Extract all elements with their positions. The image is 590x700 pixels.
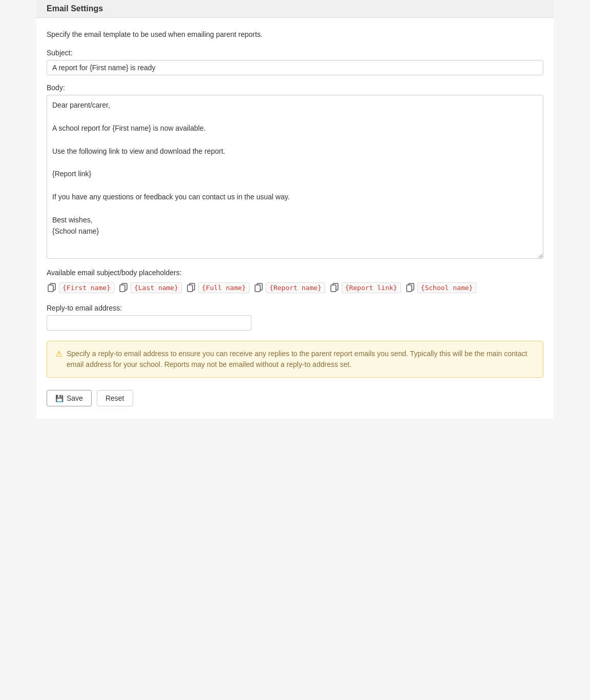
save-button-label: Save	[67, 394, 83, 402]
placeholder-tag: {Full name}	[198, 282, 249, 293]
placeholder-item[interactable]: {Full name}	[186, 282, 249, 294]
page-title: Email Settings	[47, 4, 103, 13]
svg-rect-5	[187, 285, 193, 292]
svg-rect-9	[331, 285, 336, 292]
save-icon: 💾	[55, 395, 64, 402]
placeholder-tag: {Report link}	[342, 282, 401, 293]
copy-icon[interactable]	[254, 282, 264, 294]
placeholder-item[interactable]: {First name}	[47, 282, 114, 294]
warning-box: ⚠ Specify a reply-to email address to en…	[47, 341, 543, 378]
subject-input[interactable]	[47, 60, 543, 75]
copy-icon[interactable]	[405, 282, 415, 294]
button-group: 💾 Save Reset	[47, 390, 543, 406]
reset-button[interactable]: Reset	[97, 390, 133, 406]
body-textarea[interactable]	[47, 95, 543, 259]
subject-field-group: Subject:	[47, 49, 543, 75]
body-label: Body:	[47, 84, 543, 92]
svg-rect-11	[407, 285, 412, 292]
copy-icon[interactable]	[186, 282, 196, 294]
svg-rect-3	[120, 285, 125, 292]
placeholder-item[interactable]: {Last name}	[118, 282, 182, 294]
svg-rect-7	[255, 285, 260, 292]
warning-icon: ⚠	[55, 349, 62, 359]
copy-icon[interactable]	[47, 282, 57, 294]
body-field-group: Body:	[47, 84, 543, 260]
reply-to-input[interactable]	[47, 315, 251, 331]
placeholder-tag: {Last name}	[131, 282, 182, 293]
warning-text: Specify a reply-to email address to ensu…	[67, 348, 535, 370]
reply-to-section: Reply-to email address:	[47, 304, 543, 331]
subject-label: Subject:	[47, 49, 543, 57]
placeholder-tag: {Report name}	[266, 282, 325, 293]
copy-icon[interactable]	[118, 282, 129, 294]
placeholder-item[interactable]: {Report link}	[329, 282, 401, 294]
description-text: Specify the email template to be used wh…	[47, 30, 543, 38]
placeholder-tag: {First name}	[59, 282, 114, 293]
svg-rect-1	[48, 285, 53, 292]
placeholders-label: Available email subject/body placeholder…	[47, 269, 543, 277]
placeholders-list: {First name} {Last name} {Full name} {Re…	[47, 282, 543, 294]
save-button[interactable]: 💾 Save	[47, 390, 92, 406]
page-header: Email Settings	[36, 0, 554, 18]
placeholder-tag: {School name}	[417, 282, 477, 293]
content-area: Specify the email template to be used wh…	[36, 18, 554, 419]
copy-icon[interactable]	[329, 282, 340, 294]
placeholders-section: Available email subject/body placeholder…	[47, 269, 543, 294]
reply-to-label: Reply-to email address:	[47, 304, 543, 312]
placeholder-item[interactable]: {School name}	[405, 282, 477, 294]
placeholder-item[interactable]: {Report name}	[254, 282, 325, 294]
page-wrapper: Email Settings Specify the email templat…	[36, 0, 554, 419]
reset-button-label: Reset	[106, 394, 124, 402]
